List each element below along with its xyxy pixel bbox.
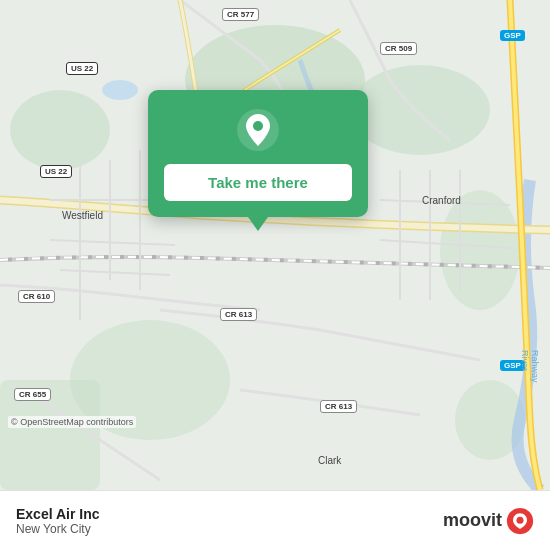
location-info: Excel Air Inc New York City [16, 506, 100, 536]
take-me-there-button[interactable]: Take me there [164, 164, 352, 201]
svg-point-23 [517, 516, 524, 523]
svg-point-8 [102, 80, 138, 100]
moovit-logo: moovit [443, 507, 534, 535]
map-container: US 22 US 22 CR 577 CR 509 CR 610 CR 613 … [0, 0, 550, 490]
label-westfield: Westfield [62, 210, 103, 221]
svg-point-5 [440, 190, 520, 310]
badge-cr655: CR 655 [14, 388, 51, 401]
badge-us22-left: US 22 [40, 165, 72, 178]
badge-gsp-top: GSP [500, 30, 525, 41]
badge-us22-top: US 22 [66, 62, 98, 75]
location-pin-icon [236, 108, 280, 152]
bottom-bar: Excel Air Inc New York City moovit [0, 490, 550, 550]
badge-cr613-bot: CR 613 [320, 400, 357, 413]
svg-point-2 [350, 65, 490, 155]
moovit-text: moovit [443, 510, 502, 531]
location-city: New York City [16, 522, 100, 536]
badge-cr509: CR 509 [380, 42, 417, 55]
osm-credit: © OpenStreetMap contributors [8, 416, 136, 428]
svg-point-3 [10, 90, 110, 170]
label-rahway-river: Rahway River [520, 350, 540, 383]
card-overlay: Take me there [148, 90, 368, 217]
svg-point-21 [253, 121, 263, 131]
badge-cr613-mid: CR 613 [220, 308, 257, 321]
moovit-icon [506, 507, 534, 535]
badge-cr577: CR 577 [222, 8, 259, 21]
label-cranford: Cranford [422, 195, 461, 206]
label-clark: Clark [318, 455, 341, 466]
badge-cr610: CR 610 [18, 290, 55, 303]
location-name: Excel Air Inc [16, 506, 100, 522]
